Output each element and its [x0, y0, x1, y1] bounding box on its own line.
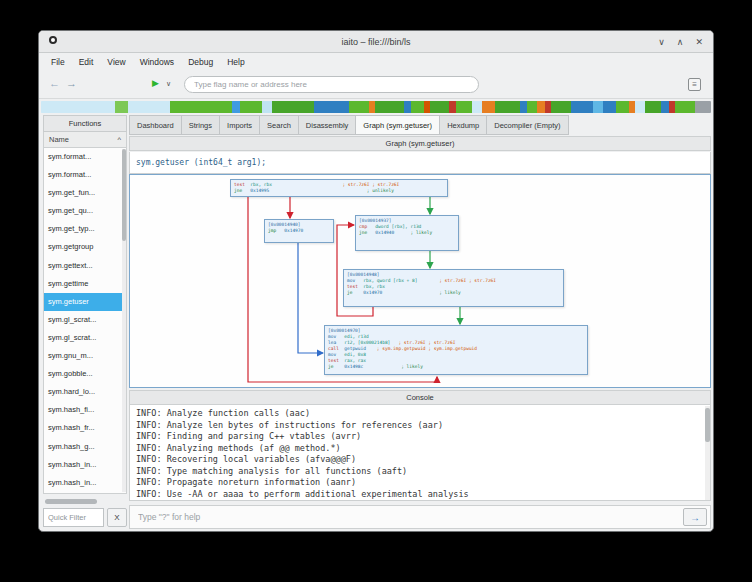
function-item[interactable]: sym.hash_fi...: [44, 401, 126, 419]
menu-windows[interactable]: Windows: [133, 55, 181, 69]
navbar-segment[interactable]: [411, 101, 424, 113]
navbar-segment[interactable]: [695, 101, 711, 113]
tab-graph-sym-getuser[interactable]: Graph (sym.getuser): [356, 115, 440, 135]
tab-dashboard[interactable]: Dashboard: [129, 115, 182, 135]
menu-file[interactable]: File: [44, 55, 72, 69]
navbar-segment[interactable]: [527, 101, 537, 113]
scrollbar-thumb[interactable]: [705, 408, 710, 442]
navbar-segment[interactable]: [551, 101, 570, 113]
asm-token: rax, rax: [344, 358, 366, 363]
memory-navigation-bar[interactable]: [41, 101, 711, 113]
graph-node[interactable]: [0x00014970]mov edi, r13dlea r12, [0x000…: [324, 325, 588, 375]
navbar-segment[interactable]: [635, 101, 645, 113]
console-output[interactable]: INFO: Analyze function calls (aac)INFO: …: [129, 405, 711, 501]
function-item[interactable]: sym.format...: [44, 148, 126, 166]
navbar-segment[interactable]: [41, 101, 115, 113]
navbar-segment[interactable]: [170, 101, 231, 113]
function-item[interactable]: sym.hash_in...: [44, 474, 126, 492]
tab-hexdump[interactable]: Hexdump: [440, 115, 487, 135]
graph-node[interactable]: test rbx, rbx ; str.7z6I ; str.7z6Ijne 0…: [230, 179, 448, 197]
navbar-segment[interactable]: [593, 101, 603, 113]
asm-token: ; likely: [394, 230, 432, 235]
function-item[interactable]: sym.get_fun...: [44, 184, 126, 202]
panels-menu-icon[interactable]: ≡: [688, 78, 701, 91]
navbar-segment[interactable]: [603, 101, 616, 113]
function-item[interactable]: sym.gettext...: [44, 257, 126, 275]
close-icon[interactable]: ✕: [695, 37, 703, 47]
navbar-segment[interactable]: [482, 101, 495, 113]
asm-token: cmp: [359, 224, 375, 229]
function-item[interactable]: sym.gobble...: [44, 365, 126, 383]
navbar-segment[interactable]: [314, 101, 350, 113]
play-dropdown-icon[interactable]: ∨: [166, 80, 171, 87]
function-item[interactable]: sym.get_typ...: [44, 220, 126, 238]
graph-node[interactable]: [0x00014948]mov rbx, qword [rbx + 8] ; s…: [343, 269, 564, 307]
function-item[interactable]: sym.hash_in...: [44, 456, 126, 474]
functions-list[interactable]: sym.format...sym.format...sym.get_fun...…: [43, 148, 127, 494]
asm-token: ; str.7z6I ; str.7z6I: [417, 278, 496, 283]
navbar-segment[interactable]: [262, 101, 272, 113]
navbar-segment[interactable]: [272, 101, 314, 113]
asm-token: 0x14940: [375, 230, 394, 235]
navbar-segment[interactable]: [232, 101, 240, 113]
graph-node[interactable]: [0x00014940]jmp 0x14970: [264, 219, 334, 243]
navbar-segment[interactable]: [661, 101, 669, 113]
graph-panel-header[interactable]: Graph (sym.getuser): [129, 136, 711, 151]
navbar-segment[interactable]: [616, 101, 629, 113]
navbar-segment[interactable]: [375, 101, 404, 113]
navbar-segment[interactable]: [495, 101, 521, 113]
console-scrollbar[interactable]: [705, 406, 710, 500]
back-icon[interactable]: ←: [49, 78, 60, 89]
tab-disassembly[interactable]: Disassembly: [299, 115, 357, 135]
navbar-segment[interactable]: [349, 101, 368, 113]
clear-filter-button[interactable]: X: [107, 508, 127, 527]
function-item[interactable]: sym.getgroup: [44, 238, 126, 256]
navbar-segment[interactable]: [115, 101, 128, 113]
continue-play-icon[interactable]: ▶: [152, 79, 159, 88]
functions-hscrollbar[interactable]: [45, 499, 97, 504]
navbar-segment[interactable]: [571, 101, 594, 113]
function-item[interactable]: sym.gl_scrat...: [44, 329, 126, 347]
tab-strings[interactable]: Strings: [182, 115, 220, 135]
functions-name-header[interactable]: Name ^: [43, 132, 127, 148]
function-item[interactable]: sym.format...: [44, 166, 126, 184]
function-item[interactable]: sym.getuser: [44, 293, 126, 311]
function-item[interactable]: sym.hash_fr...: [44, 419, 126, 437]
navbar-segment[interactable]: [456, 101, 472, 113]
graph-viewport[interactable]: test rbx, rbx ; str.7z6I ; str.7z6Ijne 0…: [129, 174, 711, 388]
console-command-input[interactable]: [130, 512, 683, 522]
tab-imports[interactable]: Imports: [220, 115, 260, 135]
function-item[interactable]: sym.gettime: [44, 275, 126, 293]
functions-scrollbar[interactable]: [122, 149, 126, 492]
console-panel-header[interactable]: Console: [129, 390, 711, 405]
titlebar[interactable]: iaito – file:///bin/ls ∨ ∧ ✕: [39, 31, 713, 53]
graph-node[interactable]: [0x00014937]cmp dword [rbx], r13djne 0x1…: [355, 215, 459, 251]
minimize-icon[interactable]: ∨: [658, 37, 665, 47]
menu-help[interactable]: Help: [220, 55, 251, 69]
function-item[interactable]: sym.hash_g...: [44, 438, 126, 456]
quick-filter-input[interactable]: [43, 508, 104, 527]
maximize-icon[interactable]: ∧: [677, 37, 684, 47]
function-item[interactable]: sym.gl_scrat...: [44, 311, 126, 329]
scrollbar-thumb[interactable]: [122, 149, 126, 241]
tab-search[interactable]: Search: [260, 115, 299, 135]
navbar-segment[interactable]: [240, 101, 263, 113]
function-item[interactable]: sym.gnu_m...: [44, 347, 126, 365]
asm-token: mov: [328, 334, 344, 339]
tab-decompiler-empty[interactable]: Decompiler (Empty): [487, 115, 568, 135]
navbar-segment[interactable]: [675, 101, 694, 113]
menu-view[interactable]: View: [100, 55, 132, 69]
forward-icon[interactable]: →: [66, 78, 77, 89]
navbar-segment[interactable]: [537, 101, 545, 113]
execute-command-button[interactable]: →: [683, 508, 707, 526]
navbar-segment[interactable]: [472, 101, 482, 113]
menu-debug[interactable]: Debug: [181, 55, 220, 69]
navbar-segment[interactable]: [128, 101, 170, 113]
flag-search-input[interactable]: [184, 76, 479, 93]
functions-panel-title[interactable]: Functions: [43, 115, 127, 132]
function-item[interactable]: sym.get_qu...: [44, 202, 126, 220]
navbar-segment[interactable]: [430, 101, 449, 113]
navbar-segment[interactable]: [645, 101, 661, 113]
menu-edit[interactable]: Edit: [72, 55, 101, 69]
function-item[interactable]: sym.hard_lo...: [44, 383, 126, 401]
